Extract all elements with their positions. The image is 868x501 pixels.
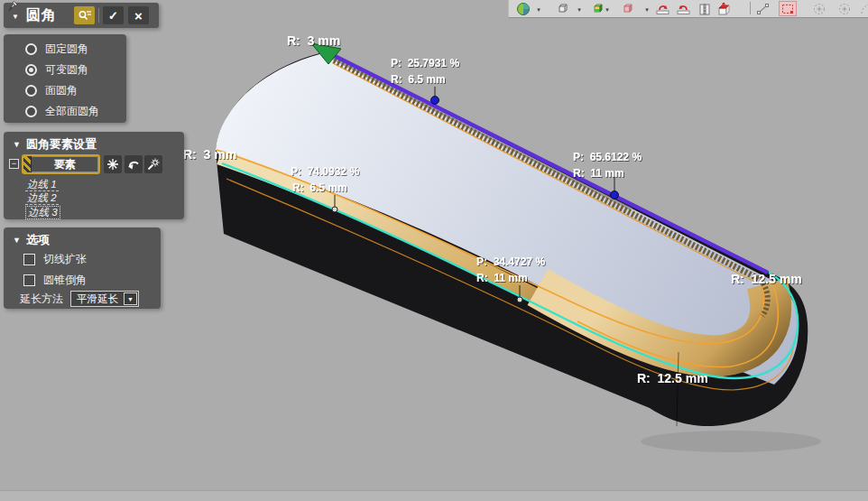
- section-box-icon[interactable]: [716, 1, 731, 16]
- label-r4: R: 11 mm: [476, 272, 528, 284]
- undo-selection-button[interactable]: [125, 155, 143, 173]
- radius-handle-dot-4[interactable]: [517, 297, 522, 302]
- section-slice-icon[interactable]: [697, 1, 712, 16]
- fillet-type-panel: 固定圆角 可变圆角 面圆角 全部面圆角: [4, 34, 126, 123]
- fillet-dialog-titlebar[interactable]: ▼ 圆角 ✓ ×: [4, 3, 159, 28]
- display-shaded-sphere-icon[interactable]: [515, 1, 531, 16]
- section-plane-x-icon[interactable]: [655, 1, 670, 16]
- cone-chamfer-checkbox[interactable]: [23, 274, 35, 286]
- dialog-title: 圆角: [26, 6, 57, 25]
- label-r-start-top: R: 3 mm: [287, 33, 340, 48]
- extend-method-row: 延长方法 平滑延长 ▼: [20, 291, 139, 307]
- section-caret-icon[interactable]: ▼: [13, 236, 21, 245]
- tangent-extend-label: 切线扩张: [43, 252, 87, 267]
- dropdown-caret-icon[interactable]: ▼: [124, 292, 137, 305]
- radius-handle-dot-2[interactable]: [611, 191, 619, 199]
- pick-circle-2-icon[interactable]: [836, 1, 852, 16]
- display-wireframe-cube-icon[interactable]: [555, 1, 570, 16]
- radio-label: 固定圆角: [45, 42, 88, 57]
- fillet-elements-panel: ▼ 圆角要素设置 − 要素 边线 1 边线 2 边线 3: [4, 132, 184, 219]
- display-sphere-dropdown-icon[interactable]: ▾: [534, 5, 543, 14]
- extend-method-value: 平滑延长: [71, 292, 124, 306]
- edge-list: 边线 1 边线 2 边线 3: [25, 179, 60, 220]
- extend-method-dropdown[interactable]: 平滑延长 ▼: [70, 291, 139, 307]
- element-input-field[interactable]: 要素: [22, 154, 100, 174]
- label-r3: R: 6.5 mm: [292, 181, 347, 194]
- label-p4: P: 34.4727 %: [476, 255, 545, 268]
- toolbar-separator: [750, 2, 751, 14]
- edge-3-label-selected[interactable]: 边线 3: [25, 206, 60, 219]
- radius-handle-dot-3[interactable]: [332, 207, 337, 212]
- pick-circle-icon[interactable]: [811, 1, 826, 16]
- edge-1-label[interactable]: 边线 1: [25, 179, 59, 191]
- tangent-extend-row[interactable]: 切线扩张: [23, 252, 87, 267]
- pin-icon[interactable]: [6, 1, 19, 14]
- edge-2-label[interactable]: 边线 2: [25, 192, 59, 205]
- input-hatch-strip: [23, 156, 32, 172]
- cone-chamfer-label: 圆锥倒角: [43, 273, 87, 288]
- dialog-collapse-caret-icon[interactable]: ▼: [12, 13, 19, 21]
- element-input-value: 要素: [32, 157, 98, 172]
- highlight-preview-button[interactable]: [144, 155, 162, 173]
- view-toolbar: ▾ ▾ ▾ ▾: [508, 0, 868, 18]
- radio-label: 面圆角: [45, 83, 78, 98]
- elements-panel-header[interactable]: ▼ 圆角要素设置: [13, 136, 97, 153]
- pick-line-icon[interactable]: [755, 1, 771, 16]
- section-view-dropdown-icon[interactable]: ▾: [642, 5, 651, 14]
- label-r-end-top: R: 12.5 mm: [731, 272, 802, 286]
- label-p3: P: 74.0932 %: [291, 165, 359, 178]
- section-plane-y-icon[interactable]: [676, 1, 691, 16]
- display-wireframe-dropdown-icon[interactable]: ▾: [575, 5, 584, 14]
- edge-list-item[interactable]: 边线 2: [25, 192, 60, 206]
- radio-fixed-fillet[interactable]: 固定圆角: [25, 42, 126, 56]
- section-caret-icon[interactable]: ▼: [13, 140, 21, 149]
- titlebar-divider: [98, 8, 99, 23]
- radio-variable-fillet[interactable]: 可变圆角: [25, 63, 126, 77]
- pick-all-burst-button[interactable]: [104, 155, 122, 173]
- radio-all-face-fillet[interactable]: 全部面圆角: [25, 105, 126, 118]
- label-p1: P: 25.7931 %: [391, 57, 459, 70]
- cone-chamfer-row[interactable]: 圆锥倒角: [23, 273, 87, 288]
- tangent-extend-checkbox[interactable]: [23, 254, 35, 265]
- radio-icon[interactable]: [25, 106, 37, 117]
- label-r-start-front: R: 3 mm: [183, 147, 236, 162]
- radio-selected-icon[interactable]: [25, 64, 37, 76]
- pick-arc-icon[interactable]: [858, 1, 868, 16]
- section-view-cube-icon[interactable]: [620, 1, 635, 16]
- confirm-button[interactable]: ✓: [103, 6, 124, 24]
- elements-header-label: 圆角要素设置: [26, 136, 97, 153]
- radio-label: 可变圆角: [45, 62, 88, 78]
- options-panel-header[interactable]: ▼ 选项: [13, 232, 50, 248]
- cancel-button[interactable]: ×: [128, 6, 149, 24]
- edge-list-item[interactable]: 边线 1: [25, 179, 60, 192]
- display-shaded-dropdown-icon[interactable]: ▾: [603, 5, 612, 14]
- extend-method-label: 延长方法: [20, 292, 63, 307]
- options-header-label: 选项: [26, 232, 50, 248]
- collapse-minus-icon[interactable]: −: [9, 159, 19, 169]
- radio-face-fillet[interactable]: 面圆角: [25, 84, 126, 97]
- cad-viewport-window: R: 3 mm P: 25.7931 % R: 6.5 mm P: 65.612…: [0, 0, 868, 501]
- radius-handle-dot-1[interactable]: [431, 97, 439, 105]
- search-filter-button[interactable]: [74, 6, 95, 24]
- radio-icon[interactable]: [25, 85, 37, 97]
- edge-list-item[interactable]: 边线 3: [25, 206, 60, 220]
- label-r-end-front: R: 12.5 mm: [637, 371, 708, 385]
- label-r1: R: 6.5 mm: [391, 73, 446, 86]
- pick-box-icon[interactable]: [779, 1, 797, 16]
- ground-shadow: [641, 431, 821, 452]
- radio-icon[interactable]: [25, 43, 37, 55]
- options-panel: ▼ 选项 切线扩张 圆锥倒角 延长方法 平滑延长 ▼: [4, 227, 161, 309]
- radio-label: 全部面圆角: [45, 104, 99, 119]
- label-r2: R: 11 mm: [573, 167, 624, 180]
- label-p2: P: 65.6122 %: [573, 151, 642, 163]
- bottom-status-strip: [0, 490, 868, 501]
